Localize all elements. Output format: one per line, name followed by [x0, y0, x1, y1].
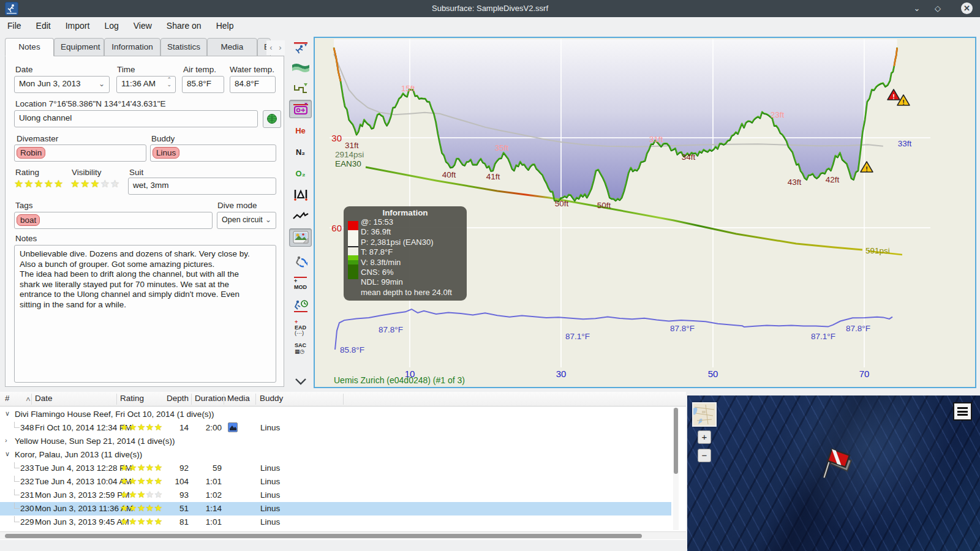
hscroll-handle[interactable] — [5, 534, 642, 538]
tab-scroll-left[interactable]: ‹ — [266, 40, 276, 55]
menu-import[interactable]: Import — [58, 17, 97, 34]
menu-edit[interactable]: Edit — [29, 17, 58, 34]
map-menu-button[interactable] — [953, 402, 972, 421]
trip-row[interactable]: ∨Divi Flamingo House Reef, Fri Oct 10, 2… — [0, 408, 671, 421]
dive-number: 348 — [20, 423, 34, 432]
divemode-select[interactable]: Open circuit ⌄ — [217, 212, 276, 229]
toolbar-calculated-ceiling-button[interactable] — [289, 39, 312, 58]
column-header-depth[interactable]: Depth — [167, 394, 189, 403]
dive-row[interactable]: 229Mon Jun 3, 2013 9:45 AM★★★★★811:01Lin… — [0, 515, 671, 529]
toolbar-heart-rate-button[interactable] — [289, 207, 312, 225]
location-field[interactable]: Ulong channel — [14, 110, 258, 127]
column-header-duration[interactable]: Duration — [195, 394, 226, 403]
header-separator — [191, 394, 192, 405]
dive-row[interactable]: 348Fri Oct 10, 2014 12:34 PM★★★★★142:00L… — [0, 421, 671, 435]
dive-rating: ★★★★★ — [120, 503, 163, 514]
column-header-buddy[interactable]: Buddy — [260, 394, 283, 403]
dive-depth: 51 — [165, 504, 189, 513]
globe-button[interactable] — [263, 110, 281, 128]
menu-file[interactable]: File — [0, 17, 29, 34]
vscroll-handle[interactable] — [674, 408, 678, 474]
tags-field[interactable]: boat — [14, 212, 213, 229]
suit-field[interactable]: wet, 3mm — [128, 178, 276, 195]
toolbar-mod-toggle-button[interactable]: +MOD — [289, 274, 312, 293]
visibility-stars[interactable]: ★★★★★ — [70, 178, 120, 190]
dive-row[interactable]: 233Tue Jun 4, 2013 12:28 PM★★★★★9259Linu… — [0, 462, 671, 475]
tree-connector — [14, 422, 20, 428]
star-icon: ★ — [154, 476, 163, 486]
toolbar-tank-bar-button[interactable] — [289, 186, 312, 204]
media-thumbnail-icon[interactable] — [228, 422, 238, 432]
map-zoom-in-button[interactable]: + — [698, 430, 711, 444]
star-icon: ★ — [80, 178, 90, 190]
dive-rating: ★★★★★ — [120, 476, 163, 487]
toolbar-shaded-ceiling-button[interactable] — [289, 59, 312, 77]
menu-share-on[interactable]: Share on — [159, 17, 209, 34]
column-header-num[interactable]: # — [5, 394, 10, 403]
star-icon: ★ — [110, 178, 120, 190]
tree-connector — [14, 489, 20, 495]
vertical-scrollbar[interactable] — [673, 408, 679, 530]
profile-label: 87.1°F — [565, 332, 590, 341]
tab-notes[interactable]: Notes — [5, 38, 54, 56]
dive-buddy: Linus — [260, 423, 280, 432]
column-header-media[interactable]: Media — [227, 394, 250, 403]
date-field[interactable]: Mon Jun 3, 2013 ⌄ — [14, 76, 110, 93]
toolbar-pHe-graph-button[interactable]: He — [289, 121, 312, 140]
spinbox-arrows-icon[interactable]: ⌃⌄ — [167, 77, 172, 87]
collapse-arrow-icon[interactable]: ∨ — [5, 410, 10, 418]
trip-row[interactable]: ›Yellow House, Sun Sep 21, 2014 (1 dive(… — [0, 435, 671, 448]
toolbar-photos-button[interactable] — [289, 228, 312, 247]
tab-media[interactable]: Media — [207, 38, 257, 56]
close-button[interactable]: ✕ — [961, 2, 973, 14]
dive-row[interactable]: 231Mon Jun 3, 2013 2:59 PM★★★★★931:02Lin… — [0, 489, 671, 502]
danger-triangle-icon: ! — [888, 89, 900, 100]
toolbar-dc-reported-ceiling-button[interactable] — [289, 80, 312, 98]
buddy-field[interactable]: Linus — [150, 144, 276, 162]
column-header-date[interactable]: Date — [35, 394, 53, 403]
expand-arrow-icon[interactable]: › — [5, 437, 7, 444]
menu-view[interactable]: View — [126, 17, 159, 34]
toolbar-pN2-graph-button[interactable]: N₂ — [289, 143, 312, 161]
toolbar-pO2-graph-button[interactable]: O₂ — [289, 164, 312, 182]
dive-buddy: Linus — [260, 490, 280, 500]
toolbar-collapse-button[interactable] — [289, 372, 312, 391]
dive-list-header[interactable]: #DateRatingDepthDurationMediaBuddy˄ — [0, 392, 686, 407]
menu-help[interactable]: Help — [209, 17, 241, 34]
dive-row[interactable]: 232Tue Jun 4, 2013 10:04 AM★★★★★1041:01L… — [0, 475, 671, 489]
toolbar-ead-toggle-button[interactable]: +EAD(···) — [289, 318, 312, 337]
sort-indicator-icon: ˄ — [26, 395, 31, 404]
divemaster-field[interactable]: Robin — [14, 144, 146, 162]
toolbar-dive-mode-switch-button[interactable] — [289, 252, 312, 271]
tab-statistics[interactable]: Statistics — [160, 38, 207, 56]
minimize-button[interactable]: ⌄ — [910, 2, 924, 15]
toolbar-setpoint-graph-button[interactable] — [289, 100, 312, 118]
watertemp-field[interactable]: 84.8°F — [230, 76, 276, 93]
tab-scroll-right[interactable]: › — [276, 40, 285, 55]
toolbar-sac-rate-button[interactable]: SAC▦◷ — [289, 339, 312, 358]
notes-textarea[interactable]: Unbelievable dive. Dozens and dozens of … — [14, 245, 276, 383]
rating-stars[interactable]: ★★★★★ — [14, 178, 64, 190]
star-icon: ★ — [137, 489, 146, 500]
globe-icon — [266, 113, 278, 125]
star-icon: ★ — [146, 516, 154, 527]
dive-duration: 2:00 — [196, 423, 222, 432]
dive-row[interactable]: 230Mon Jun 3, 2013 11:36 AM★★★★★511:14Li… — [0, 502, 671, 515]
menu-bar: FileEditImportLogViewShare onHelp — [0, 17, 980, 35]
trip-row[interactable]: ∨Koror, Palau, Jun 2013 (11 dive(s)) — [0, 448, 671, 462]
menu-log[interactable]: Log — [97, 17, 126, 34]
maximize-button[interactable]: ◇ — [931, 2, 944, 15]
tab-information[interactable]: Information — [104, 38, 160, 56]
map-type-thumbnail[interactable] — [692, 402, 717, 427]
map-widget[interactable]: + − — [687, 395, 980, 551]
tab-equipment[interactable]: Equipment — [54, 38, 104, 56]
toolbar-deco-time-button[interactable] — [289, 296, 312, 315]
collapse-arrow-icon[interactable]: ∨ — [5, 450, 10, 458]
time-field[interactable]: 11:36 AM ⌃⌄ — [116, 76, 176, 93]
dive-flag-marker[interactable] — [813, 441, 862, 484]
airtemp-field[interactable]: 85.8°F — [182, 76, 224, 93]
dive-number: 230 — [20, 504, 34, 513]
column-header-rating[interactable]: Rating — [120, 394, 144, 403]
map-zoom-out-button[interactable]: − — [698, 449, 711, 462]
horizontal-scrollbar[interactable] — [0, 531, 686, 539]
